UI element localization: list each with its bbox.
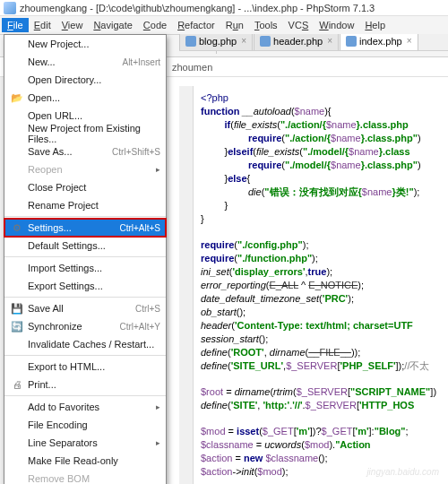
tab-header[interactable]: header.php×	[254, 34, 339, 50]
menu-file[interactable]: File	[2, 18, 29, 32]
submenu-arrow-icon: ▸	[156, 402, 160, 411]
menu-item-label: Print...	[28, 379, 160, 390]
php-icon	[346, 36, 357, 47]
menu-item-label: Line Separators	[28, 437, 153, 448]
menu-item-label: Make File Read-only	[28, 455, 160, 466]
menu-item-label: Open Directory...	[28, 74, 160, 85]
menu-item[interactable]: 🔄SynchronizeCtrl+Alt+Y	[4, 317, 166, 335]
menu-item[interactable]: Close Project	[4, 178, 166, 196]
menu-item[interactable]: Open URL...	[4, 107, 166, 125]
close-icon[interactable]: ×	[407, 36, 412, 46]
menu-item[interactable]: Import Settings...	[4, 259, 166, 277]
blank-icon	[10, 280, 24, 292]
sync-icon: 🔄	[10, 320, 24, 333]
menu-item[interactable]: Rename Project	[4, 196, 166, 214]
menu-item[interactable]: New Project...	[4, 35, 166, 53]
gear-icon: ⚙	[10, 221, 24, 234]
blank-icon	[10, 38, 24, 50]
close-icon[interactable]: ×	[327, 36, 332, 46]
menu-item[interactable]: Export Settings...	[4, 277, 166, 295]
menu-navigate[interactable]: Navigate	[88, 18, 137, 32]
menu-item[interactable]: Line Separators▸	[4, 434, 166, 452]
php-icon	[185, 36, 196, 47]
blank-icon	[10, 472, 24, 484]
titlebar: zhoumengkang - [D:\code\github\zhoumengk…	[0, 0, 448, 16]
menu-item[interactable]: File Encoding	[4, 416, 166, 434]
blank-icon	[10, 73, 24, 86]
menu-item[interactable]: Export to HTML...	[4, 358, 166, 376]
blank-icon	[10, 419, 24, 431]
blank-icon	[10, 436, 24, 449]
shortcut: Ctrl+Alt+S	[119, 223, 160, 233]
menu-item-label: Export to HTML...	[28, 361, 160, 372]
blank-icon	[10, 181, 24, 194]
editor-tabs: blog.php× header.php× index.php×	[179, 34, 448, 51]
menu-item[interactable]: Invalidate Caches / Restart...	[4, 335, 166, 353]
menu-item-label: Default Settings...	[28, 240, 160, 251]
menu-item-label: Save As...	[28, 146, 112, 157]
menu-item-label: Export Settings...	[28, 281, 160, 291]
tab-blog[interactable]: blog.php×	[179, 34, 253, 50]
menu-item[interactable]: ⚙Settings...Ctrl+Alt+S	[4, 219, 166, 237]
menu-item-label: Rename Project	[28, 200, 160, 211]
menu-item[interactable]: Make File Read-only	[4, 452, 166, 470]
menu-view[interactable]: View	[56, 18, 89, 32]
menu-item[interactable]: 📂Open...	[4, 89, 166, 107]
menu-item-label: Open URL...	[28, 110, 160, 121]
menu-item[interactable]: New Project from Existing Files...	[4, 125, 166, 143]
menu-code[interactable]: Code	[138, 18, 172, 32]
shortcut: Ctrl+S	[135, 304, 160, 314]
menu-edit[interactable]: Edit	[29, 18, 56, 32]
close-icon[interactable]: ×	[241, 36, 246, 46]
menu-item[interactable]: 🖨Print...	[4, 376, 166, 393]
blank-icon	[10, 145, 24, 158]
shortcut: Ctrl+Alt+Y	[119, 322, 160, 332]
code-editor[interactable]: <?php function __autoload($name){ if(fil…	[194, 86, 448, 484]
php-icon	[260, 36, 271, 47]
menu-refactor[interactable]: Refactor	[172, 18, 220, 32]
shortcut: Ctrl+Shift+S	[112, 147, 160, 157]
blank-icon	[10, 454, 24, 467]
menu-item-label: Import Settings...	[28, 263, 160, 273]
menu-item-label: Settings...	[28, 222, 119, 233]
gutter[interactable]	[179, 86, 194, 484]
blank-icon	[10, 338, 24, 350]
menu-item-label: New Project from Existing Files...	[28, 123, 160, 144]
blank-icon	[10, 401, 24, 413]
menu-tools[interactable]: Tools	[249, 18, 283, 32]
menu-run[interactable]: Run	[220, 18, 249, 32]
blank-icon	[10, 262, 24, 274]
menu-window[interactable]: Window	[314, 18, 359, 32]
menu-item-label: File Encoding	[28, 419, 160, 430]
menu-item[interactable]: Add to Favorites▸	[4, 398, 166, 416]
menu-help[interactable]: Help	[359, 18, 391, 32]
menu-item-label: Close Project	[28, 182, 160, 193]
menu-item-label: Remove BOM	[28, 473, 160, 484]
menu-item[interactable]: New...Alt+Insert	[4, 53, 166, 71]
file-menu-dropdown[interactable]: New Project...New...Alt+InsertOpen Direc…	[4, 34, 167, 484]
menu-item-label: Synchronize	[28, 321, 119, 332]
menu-vcs[interactable]: VCS	[283, 18, 314, 32]
menu-item[interactable]: Default Settings...	[4, 237, 166, 255]
menu-item[interactable]: Save As...Ctrl+Shift+S	[4, 143, 166, 160]
submenu-arrow-icon: ▸	[156, 438, 160, 447]
blank-icon	[10, 360, 24, 373]
menu-item-label: Save All	[28, 303, 135, 314]
editor-area: blog.php× header.php× index.php× <?php f…	[179, 77, 448, 484]
tab-index[interactable]: index.php×	[340, 34, 418, 50]
blank-icon	[10, 239, 24, 252]
folder-icon: 📂	[10, 91, 24, 104]
save-icon: 💾	[10, 302, 24, 315]
menu-item-label: Invalidate Caches / Restart...	[28, 339, 160, 350]
menu-item-label: Open...	[28, 92, 160, 103]
menu-item[interactable]: Open Directory...	[4, 71, 166, 89]
menubar[interactable]: File Edit View Navigate Code Refactor Ru…	[0, 16, 448, 34]
blank-icon	[10, 56, 24, 68]
menu-item-label: Reopen	[28, 164, 153, 175]
blank-icon	[10, 199, 24, 212]
shortcut: Alt+Insert	[122, 57, 160, 67]
menu-item[interactable]: 💾Save AllCtrl+S	[4, 299, 166, 317]
menu-item-label: New...	[28, 56, 122, 67]
blank-icon	[10, 163, 24, 176]
blank-icon	[10, 109, 24, 122]
